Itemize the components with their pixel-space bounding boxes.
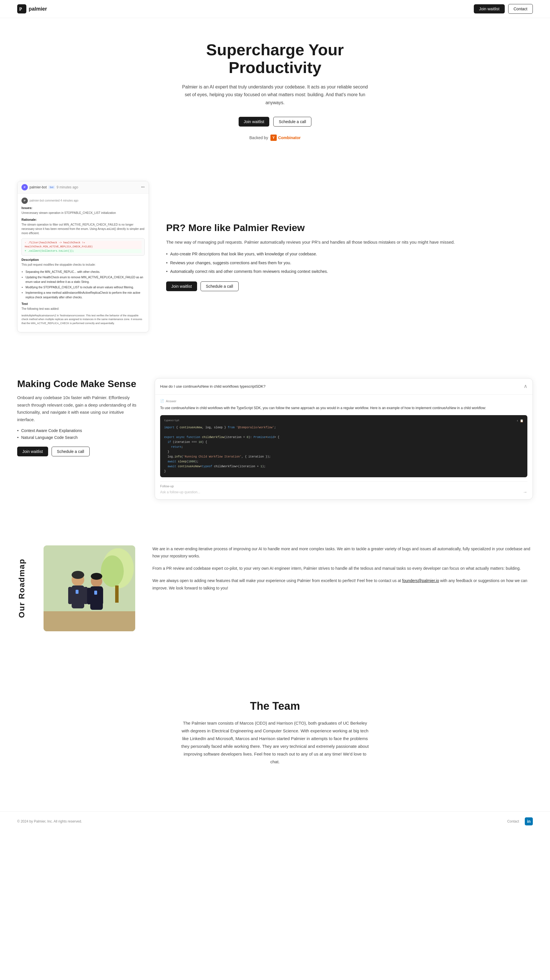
chat-widget: How do I use continueAsNew in child work… <box>155 378 533 499</box>
pr-code-remove: - .filter(healthCheck -> healthCheck != … <box>25 241 142 249</box>
pr-more-icon: ••• <box>141 185 145 189</box>
pr-issues-title: Issues: <box>21 206 145 210</box>
svg-point-4 <box>101 555 124 587</box>
pr-desc-text: This pull request modifies the stoppable… <box>21 262 145 267</box>
code-line: if (iteration === 10) { <box>164 441 207 444</box>
roadmap-image <box>43 546 135 631</box>
code-section: Making Code Make Sense Onboard any codeb… <box>0 355 550 522</box>
follow-up-input[interactable]: Ask a follow-up question... <box>160 490 200 494</box>
pr-card-header: P palmier-bot bot 9 minutes ago ••• <box>18 181 149 194</box>
pr-test-detail: testMultipleReplicaInstanceAZ in TestIns… <box>21 314 145 326</box>
nav-actions: Join waitlist Contact <box>474 4 533 14</box>
nav-contact-button[interactable]: Contact <box>508 4 533 14</box>
pr-buttons: Join waitlist Schedule a call <box>166 282 533 291</box>
list-item: Automatically correct nits and other com… <box>166 268 533 275</box>
pr-schedule-call-button[interactable]: Schedule a call <box>201 282 239 291</box>
pr-commented-info: P palmier-bot commented 4 minutes ago <box>21 197 145 204</box>
code-content: Making Code Make Sense Onboard any codeb… <box>17 378 137 457</box>
linkedin-icon[interactable]: in <box>525 818 533 826</box>
navbar: P palmier Join waitlist Contact <box>0 0 550 18</box>
chat-question-text: How do I use continueAsNew in child work… <box>160 383 266 389</box>
code-line: return; <box>164 445 183 449</box>
code-line: export async function childWorkflow(iter… <box>164 436 279 439</box>
pr-bot-label: bot <box>48 186 55 189</box>
pr-time: 9 minutes ago <box>57 185 78 189</box>
footer-contact-link[interactable]: Contact <box>507 819 519 823</box>
code-line: import { continueAsNew, log, sleep } fro… <box>164 426 276 429</box>
pr-rationale-text: The stream operation to filter out MIN_A… <box>21 223 145 235</box>
footer: © 2024 by Palmier, Inc. All rights reser… <box>0 811 550 831</box>
pr-desc-title: Description <box>21 258 145 261</box>
copy-icon[interactable]: ⬇ 📋 <box>517 418 523 423</box>
roadmap-para1: We are in a never-ending iterative proce… <box>152 546 533 560</box>
pr-test-text: The following test was added: <box>21 307 145 311</box>
nav-join-waitlist-button[interactable]: Join waitlist <box>474 4 505 13</box>
answer-text: To use continueAsNew in child workflows … <box>160 405 528 411</box>
pr-features-list: Auto-create PR descriptions that look li… <box>166 251 533 275</box>
svg-point-17 <box>72 571 84 579</box>
pr-test-title: Test <box>21 302 145 305</box>
pr-join-waitlist-button[interactable]: Join waitlist <box>166 282 197 291</box>
svg-rect-16 <box>94 591 97 595</box>
svg-rect-10 <box>84 587 88 604</box>
code-snippet: typescript ⬇ 📋 import { continueAsNew, l… <box>160 415 528 477</box>
list-item: Separating the MIN_ACTIVE_REPLIC... with… <box>26 270 145 274</box>
code-description: Onboard any codebase 10x faster with Pal… <box>17 394 137 423</box>
team-section: The Team The Palmier team consists of Ma… <box>175 677 375 789</box>
hero-section: Supercharge Your Productivity Palmier is… <box>175 18 375 158</box>
roadmap-label-wrapper: Our Roadmap <box>17 546 26 631</box>
pr-rationale-title: Rationale: <box>21 218 145 221</box>
list-item: Context Aware Code Explanations <box>17 428 137 433</box>
follow-up-label: Follow-up <box>160 484 528 488</box>
svg-rect-13 <box>87 588 91 605</box>
logo: P palmier <box>17 4 47 13</box>
pr-headline: PR? More like Palmier Review <box>166 222 533 233</box>
chat-collapse-icon[interactable]: ∧ <box>524 382 528 390</box>
list-item: Reviews your changes, suggests correctio… <box>166 260 533 266</box>
svg-rect-9 <box>68 587 72 604</box>
code-features-list: Context Aware Code Explanations Natural … <box>17 428 137 440</box>
chat-question: How do I use continueAsNew in child work… <box>155 379 532 395</box>
team-section-wrapper: The Team The Palmier team consists of Ma… <box>0 654 550 811</box>
pr-issues-text: Unnecessary stream operation in STOPPABL… <box>21 211 145 215</box>
hero-join-waitlist-button[interactable]: Join waitlist <box>239 117 269 127</box>
bot-avatar: P <box>21 184 28 190</box>
list-item: Natural Language Code Search <box>17 435 137 440</box>
pr-card: P palmier-bot bot 9 minutes ago ••• P pa… <box>17 181 149 332</box>
code-buttons: Join waitlist Schedule a call <box>17 447 137 457</box>
roadmap-email-link[interactable]: founders@palmier.io <box>402 578 439 583</box>
list-item: Auto-create PR descriptions that look li… <box>166 251 533 257</box>
roadmap-section: Our Roadmap <box>0 522 550 654</box>
hero-schedule-call-button[interactable]: Schedule a call <box>273 117 311 127</box>
list-item: Implementing a new method addInstanceMin… <box>26 291 145 300</box>
logo-icon: P <box>17 4 26 13</box>
roadmap-para3: We are always open to adding new feature… <box>152 577 533 592</box>
code-line: } <box>164 450 169 453</box>
roadmap-illustration-svg <box>43 546 135 631</box>
pr-bot-name: palmier-bot <box>30 185 47 189</box>
pr-content: PR? More like Palmier Review The new way… <box>166 222 533 291</box>
code-lang-label: typescript <box>164 418 180 423</box>
svg-rect-15 <box>76 590 78 594</box>
answer-label-text: Answer <box>166 399 177 403</box>
hero-headline: Supercharge Your Productivity <box>180 41 370 76</box>
answer-label: 📄 Answer <box>160 399 528 403</box>
people-illustration <box>43 546 135 631</box>
pr-comment-label: palmier-bot commented 4 minutes ago <box>30 199 78 202</box>
roadmap-label: Our Roadmap <box>17 558 26 618</box>
code-line: log.info('Running Child Workflow Iterati… <box>164 455 271 458</box>
list-item: Modifying the STOPPABLE_CHECK_LIST to in… <box>26 285 145 290</box>
yc-backer-name: Combinator <box>278 135 301 140</box>
code-schedule-call-button[interactable]: Schedule a call <box>51 447 90 457</box>
follow-up-area: Follow-up Ask a follow-up question... → <box>160 481 528 495</box>
pr-description-text: The new way of managing pull requests. P… <box>166 239 533 246</box>
code-headline: Making Code Make Sense <box>17 378 137 389</box>
code-join-waitlist-button[interactable]: Join waitlist <box>17 447 48 457</box>
code-line: } <box>164 470 166 473</box>
team-description: The Palmier team consists of Marcos (CEO… <box>180 719 370 765</box>
yc-logo-icon: Y <box>270 135 277 141</box>
yc-badge: Y Combinator <box>270 135 301 141</box>
send-icon[interactable]: → <box>523 490 528 495</box>
svg-rect-8 <box>72 585 84 608</box>
backed-by: Backed by Y Combinator <box>180 135 370 141</box>
